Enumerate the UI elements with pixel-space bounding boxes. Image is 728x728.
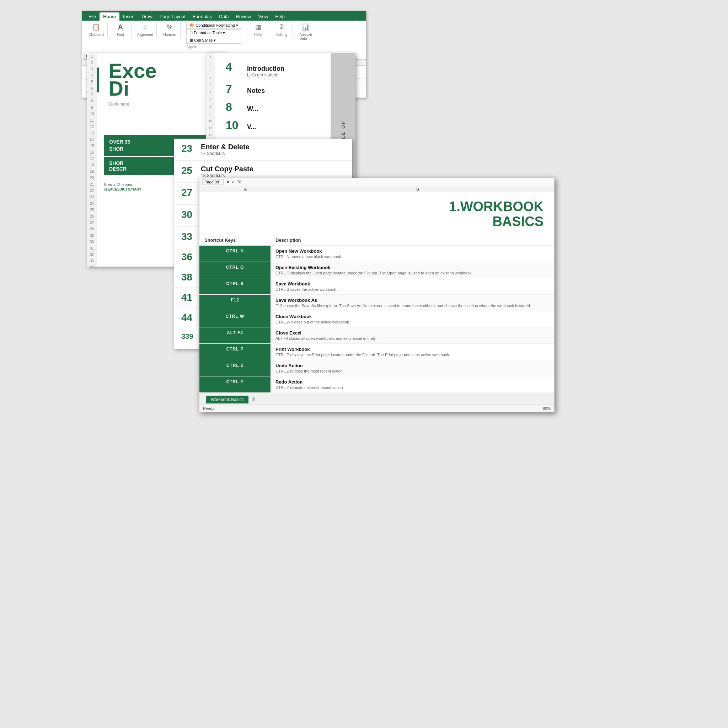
table-row: CTRL O Open Existing Workbook CTRL O dis…	[199, 262, 554, 278]
editing-button[interactable]: Σ	[275, 22, 289, 32]
number-button[interactable]: %	[162, 22, 177, 32]
shortcut-key-cell: CTRL P	[199, 343, 271, 360]
shortcut-desc-detail: CTRL O displays the Open page located un…	[275, 271, 549, 275]
table-row: CTRL P Print Workbook CTRL P displays th…	[199, 343, 554, 360]
table-row: CTRL S Save Workbook CTRL S saves the ac…	[199, 278, 554, 294]
wb-name-box[interactable]	[202, 179, 223, 185]
shortcut-key-cell: CTRL Y	[199, 376, 271, 392]
shortcut-desc-title: Print Workbook	[275, 347, 549, 352]
wb-zoom-controls[interactable]: 90%	[543, 406, 551, 411]
shortcut-desc-detail: F12 opens the Save As file explorer. The…	[275, 304, 549, 308]
tab-home[interactable]: Home	[99, 12, 119, 21]
shortcut-key-cell: ALT F4	[199, 327, 271, 343]
cells-button[interactable]: ▦	[251, 22, 265, 32]
shortcut-desc-title: Close Workbook	[275, 314, 549, 319]
alignment-label: Alignment	[137, 33, 153, 37]
ribbon-group-clipboard: 📋 Clipboard	[85, 22, 108, 38]
toc-item-notes: 7 Notes	[226, 83, 327, 96]
alignment-button[interactable]: ≡	[138, 22, 152, 32]
analyze-icon: 📊	[301, 22, 310, 32]
tab-formulas[interactable]: Formulas	[189, 12, 216, 21]
shortcut-desc-title: Open Existing Workbook	[275, 265, 549, 270]
shortcut-key-cell: F12	[199, 294, 271, 310]
font-button[interactable]: A	[113, 22, 128, 32]
ribbon-body: 📋 Clipboard A Font ≡ Alignment	[82, 21, 366, 52]
sc-page-33: 33	[181, 231, 201, 242]
sc-cut-copy-paste-title: Cut Copy Paste	[201, 165, 254, 173]
ribbon-group-analyze: 📊 AnalyzeData	[295, 22, 317, 42]
wb-status-bar: Ready 90%	[199, 405, 554, 412]
shortcut-desc-title: Open New Workbook	[275, 248, 549, 254]
wb-formula-bar: ✕ ✓ fx	[199, 178, 554, 186]
format-as-table-label: ⊞ Format as Table ▾	[190, 31, 225, 35]
tab-data[interactable]: Data	[216, 12, 232, 21]
tab-review[interactable]: Review	[232, 12, 255, 21]
shortcut-key-cell: CTRL Z	[199, 360, 271, 376]
cells-icon: ▦	[253, 22, 263, 32]
book-subtitle: Work more	[109, 102, 219, 107]
shortcut-desc-detail: CTRL S saves the active workbook.	[275, 287, 549, 292]
book-title-line2: Di	[109, 78, 219, 99]
ribbon-tab-bar[interactable]: File Home Insert Draw Page Layout Formul…	[82, 11, 366, 21]
row-numbers: for(let i=1; i<=34; i++) { document.writ…	[87, 54, 97, 267]
shortcut-desc-cell: Redo Action CTRL Y repeats the most rece…	[271, 376, 554, 392]
tab-draw[interactable]: Draw	[138, 12, 156, 21]
tab-insert[interactable]: Insert	[119, 12, 138, 21]
shortcut-keys-table: Shortcut Keys Description CTRL N Open Ne…	[199, 236, 554, 393]
table-row: CTRL Y Redo Action CTRL Y repeats the mo…	[199, 376, 554, 392]
cell-styles-button[interactable]: ▦ Cell Styles ▾	[186, 37, 242, 44]
sc-page-27: 27	[181, 187, 201, 198]
shortcut-desc-title: Save Workbook	[275, 281, 549, 286]
zoom-level: 90%	[543, 406, 551, 411]
table-row: CTRL N Open New Workbook CTRL N opens a …	[199, 245, 554, 262]
ribbon-group-cells: ▦ Cells	[248, 22, 269, 38]
table-row: F12 Save Workbook As F12 opens the Save …	[199, 294, 554, 310]
clipboard-button[interactable]: 📋	[89, 22, 103, 32]
shortcut-desc-detail: ALT F4 closes all open workbooks and exi…	[275, 336, 549, 341]
wb-header: 1.WORKBOOK BASICS	[199, 192, 554, 236]
ribbon-group-number: % Number	[159, 22, 180, 38]
wb-title-line1: 1.WORKBOOK	[210, 199, 543, 214]
table-row: CTRL W Close Workbook CTRL W closes out …	[199, 310, 554, 327]
wb-fx-label: fx	[237, 179, 241, 185]
tab-help[interactable]: Help	[272, 12, 288, 21]
col-header-description: Description	[271, 236, 554, 245]
shortcut-desc-cell: Close Excel ALT F4 closes all open workb…	[271, 327, 554, 343]
format-as-table-button[interactable]: ⊞ Format as Table ▾	[186, 29, 242, 36]
shortcut-desc-cell: Open New Workbook CTRL N opens a new bla…	[271, 245, 554, 262]
toc-intro-title: Introduction	[247, 65, 284, 72]
font-icon: A	[116, 22, 125, 32]
sc-enter-delete-sub: 17 Shortcuts	[201, 151, 249, 156]
clipboard-label: Clipboard	[89, 33, 104, 37]
shortcut-desc-detail: CTRL P displays the Print page located u…	[275, 353, 549, 357]
col-header-shortcut-keys: Shortcut Keys	[199, 236, 271, 245]
sc-page-25: 25	[181, 165, 201, 176]
tab-page-layout[interactable]: Page Layout	[156, 12, 189, 21]
font-label: Font	[117, 33, 124, 37]
shortcut-desc-detail: CTRL Z undoes the most recent action.	[275, 369, 549, 373]
tab-file[interactable]: File	[85, 12, 99, 21]
add-sheet-button[interactable]: ⊕	[251, 396, 255, 402]
shortcut-desc-detail: CTRL Y repeats the most recent action.	[275, 385, 549, 390]
shortcut-key-cell: CTRL S	[199, 278, 271, 294]
table-row: CTRL Z Undo Action CTRL Z undoes the mos…	[199, 360, 554, 376]
toc-page-4: 4	[226, 60, 247, 73]
conditional-formatting-button[interactable]: 🎨 Conditional Formatting ▾	[186, 22, 242, 29]
editing-icon: Σ	[277, 22, 287, 32]
shortcut-desc-title: Save Workbook As	[275, 298, 549, 303]
workbook-basics-tab[interactable]: Workbook Basics	[206, 396, 248, 404]
sc-page-30: 30	[181, 209, 201, 220]
analyze-label: AnalyzeData	[299, 33, 312, 41]
toc-intro-sub: Let's get started!	[247, 72, 284, 78]
tab-view[interactable]: View	[254, 12, 272, 21]
editing-label: Editing	[277, 33, 288, 37]
shortcut-key-cell: CTRL W	[199, 310, 271, 327]
analyze-button[interactable]: 📊	[298, 22, 313, 32]
number-label: Number	[163, 33, 176, 37]
shortcut-desc-cell: Close Workbook CTRL W closes out of the …	[271, 310, 554, 327]
shortcut-enter-delete: 23 Enter & Delete 17 Shortcuts	[174, 139, 352, 161]
toc-intro-details: Introduction Let's get started!	[247, 65, 284, 78]
sc-page-23: 23	[181, 143, 201, 154]
shortcut-desc-cell: Save Workbook As F12 opens the Save As f…	[271, 294, 554, 310]
sc-cut-copy-paste-sub: 18 Shortcuts	[201, 173, 254, 178]
